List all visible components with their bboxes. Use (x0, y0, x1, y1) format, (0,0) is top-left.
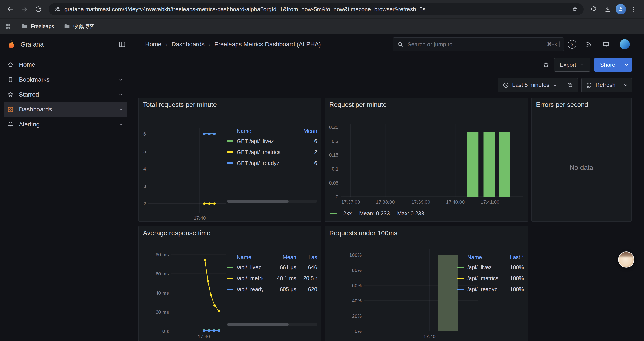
zoom-out-button[interactable] (562, 78, 578, 92)
breadcrumb-home[interactable]: Home (145, 41, 162, 48)
export-button[interactable]: Export (554, 58, 590, 72)
url-input[interactable] (64, 6, 568, 13)
sidebar-item-home[interactable]: Home (4, 58, 127, 72)
svg-text:3: 3 (143, 183, 146, 189)
grafana-logo[interactable] (6, 39, 16, 49)
search-box[interactable]: ⌘+k (393, 37, 564, 51)
legend-row[interactable]: GET /api/_livez 6 (227, 136, 317, 147)
clock-icon (502, 82, 509, 88)
legend-header-name[interactable]: Name (237, 128, 291, 134)
svg-text:100%: 100% (350, 252, 362, 258)
url-bar[interactable] (49, 3, 584, 15)
svg-text:0: 0 (336, 194, 338, 199)
bookmark-item-blog[interactable]: 收藏博客 (64, 23, 94, 30)
monitor-icon[interactable] (602, 41, 610, 48)
breadcrumb-dashboards[interactable]: Dashboards (172, 41, 204, 48)
series-mean: 2 (291, 149, 317, 155)
average-response-time-chart[interactable]: 0 s20 ms40 ms60 ms80 ms17:40 (140, 247, 228, 341)
reload-icon[interactable] (32, 3, 45, 16)
series-name: GET /api/_livez (237, 138, 291, 144)
legend-header-name[interactable]: Name (237, 254, 264, 260)
chevron-down-icon[interactable] (118, 122, 124, 127)
panel-title[interactable]: Average response time (143, 229, 210, 237)
legend-row[interactable]: /api/_livez 661 µs 646 (227, 262, 317, 273)
apps-grid-icon[interactable] (5, 23, 12, 30)
downloads-icon[interactable] (602, 3, 614, 16)
svg-text:40 ms: 40 ms (156, 290, 169, 296)
total-requests-chart[interactable]: 2345617:40 (140, 126, 228, 222)
series-last: 100% (500, 275, 524, 281)
time-range-picker[interactable]: Last 5 minutes (498, 78, 562, 92)
legend-table: Name Last * /api/_livez 100% /api/_metri… (457, 253, 524, 295)
legend-row[interactable]: /api/_metrics 40.1 ms 20.5 r (227, 273, 317, 284)
sidebar-item-starred[interactable]: Starred (4, 87, 127, 102)
legend-row[interactable]: /api/_livez 100% (457, 262, 524, 273)
svg-text:20 ms: 20 ms (156, 309, 169, 315)
favorite-star-icon[interactable] (542, 61, 550, 69)
extensions-icon[interactable] (588, 3, 600, 16)
legend-row[interactable]: /api/_metrics 100% (457, 273, 524, 284)
legend-item[interactable]: 2xx (330, 210, 352, 217)
scrollbar-thumb[interactable] (227, 323, 289, 326)
legend-header-mean[interactable]: Mean (264, 254, 296, 260)
search-icon (397, 41, 404, 48)
forward-icon[interactable] (18, 3, 31, 16)
share-button[interactable]: Share (594, 58, 632, 72)
bookmark-page-star-icon[interactable] (572, 6, 578, 13)
browser-profile-avatar[interactable] (616, 4, 626, 15)
site-info-icon[interactable] (54, 6, 60, 13)
refresh-button[interactable]: Refresh (582, 78, 620, 92)
series-name: /api/_livez (237, 264, 264, 270)
main-content: Export Share Last 5 mi (131, 55, 644, 341)
sidebar-item-dashboards[interactable]: Dashboards (4, 102, 127, 117)
bookmark-item-freeleaps[interactable]: Freeleaps (21, 23, 54, 30)
panel-title[interactable]: Requests under 100ms (329, 229, 397, 237)
series-swatch (227, 140, 233, 142)
legend-header-name[interactable]: Name (467, 254, 500, 260)
assistant-avatar[interactable] (618, 251, 634, 268)
help-icon[interactable]: ? (568, 40, 576, 49)
chevron-down-icon[interactable] (118, 92, 124, 97)
legend-row[interactable]: /api/_readyz 605 µs 620 (227, 284, 317, 295)
legend-row[interactable]: GET /api/_readyz 6 (227, 158, 317, 169)
rss-icon[interactable] (585, 41, 593, 48)
panel-title[interactable]: Total requests per minute (143, 101, 217, 108)
chevron-down-icon[interactable] (118, 77, 124, 83)
series-name: GET /api/_readyz (237, 160, 291, 166)
panel-title[interactable]: Errors per second (536, 101, 588, 108)
chevron-down-icon[interactable] (118, 107, 124, 112)
legend-row[interactable]: /api/_readyz 100% (457, 284, 524, 295)
sidebar-item-bookmarks[interactable]: Bookmarks (4, 72, 127, 87)
sidebar-toggle-icon[interactable] (118, 41, 126, 48)
browser-menu-icon[interactable] (627, 3, 640, 16)
requests-under-100ms-chart[interactable]: 0%20%40%60%80%100%17:40 (326, 247, 480, 341)
series-max: Max: 0.233 (397, 210, 424, 217)
scrollbar-thumb[interactable] (227, 200, 289, 203)
legend-header-mean[interactable]: Mean (291, 128, 317, 134)
series-mean: 605 µs (264, 286, 296, 292)
svg-text:6: 6 (143, 131, 146, 137)
grafana-brand[interactable]: Grafana (20, 41, 44, 48)
series-mean: 6 (291, 138, 317, 144)
share-button-label[interactable]: Share (594, 58, 621, 72)
request-per-minute-chart[interactable]: 00.050.10.150.20.2517:37:0017:38:0017:39… (326, 122, 525, 208)
svg-text:0.25: 0.25 (329, 124, 338, 130)
legend-scrollbar[interactable] (227, 200, 317, 203)
breadcrumb-current-page: Freeleaps Metrics Dashboard (ALPHA) (214, 41, 321, 48)
series-swatch (227, 278, 233, 279)
legend-header-last[interactable]: Las (296, 254, 317, 260)
panel-title[interactable]: Request per minute (329, 101, 387, 108)
grafana-user-avatar[interactable] (620, 39, 630, 49)
refresh-interval-dropdown[interactable] (620, 78, 632, 92)
bookmark-label: Freeleaps (31, 23, 54, 30)
share-dropdown-icon[interactable] (621, 58, 632, 72)
sidebar-item-alerting[interactable]: Alerting (4, 117, 127, 132)
svg-text:4: 4 (143, 166, 146, 172)
back-icon[interactable] (4, 3, 17, 16)
legend-row[interactable]: GET /api/_metrics 2 (227, 147, 317, 158)
legend-scrollbar[interactable] (227, 323, 317, 326)
panel-errors-per-second: Errors per second No data (531, 98, 632, 222)
search-input[interactable] (407, 41, 540, 48)
bookmarks-bar: Freeleaps 收藏博客 (0, 19, 644, 34)
legend-header-last[interactable]: Last * (500, 254, 524, 260)
